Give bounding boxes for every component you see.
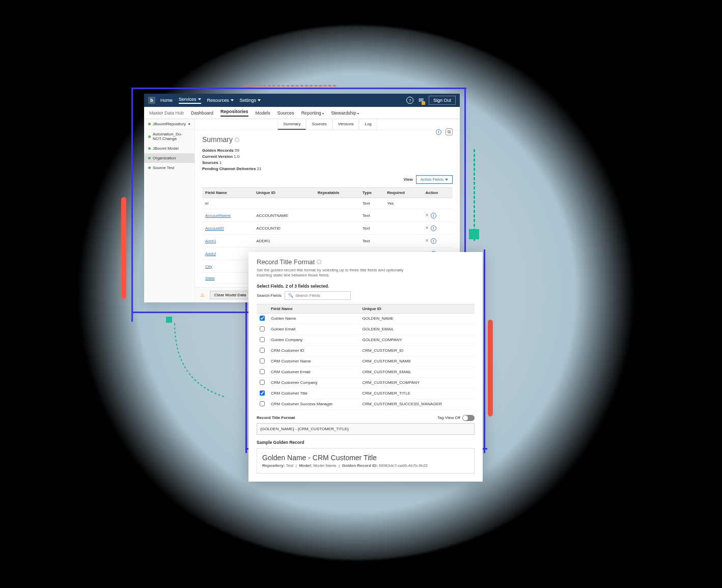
field-name-cell: CRM Customer Email — [268, 367, 359, 377]
notifications-icon[interactable]: ✉ — [419, 97, 424, 104]
req-cell — [384, 209, 422, 222]
sidebar-item-label: Organization — [153, 156, 176, 160]
caret-down-icon — [445, 179, 448, 181]
caret-down-icon: ▾ — [357, 112, 359, 115]
subnav-repositories[interactable]: Repositories — [220, 109, 248, 117]
deco-red-bar-left — [121, 197, 126, 299]
warning-badge-icon — [422, 101, 425, 105]
table-row: CRM Customer IDCRM_CUSTOMER_ID — [257, 345, 475, 356]
subnav-reporting[interactable]: Reporting ▾ — [301, 110, 324, 116]
popup-description: Set the golden record title format by se… — [257, 268, 420, 278]
status-dot-icon — [148, 166, 151, 169]
stat-label: Golden Records — [202, 148, 234, 153]
req-cell — [384, 235, 422, 247]
meta-val: Model Name — [313, 463, 336, 468]
nav-settings[interactable]: Settings — [240, 97, 261, 104]
uid-cell: CRM_CUSTOMER_SUCCESS_MANAGER — [359, 399, 475, 409]
field-checkbox[interactable] — [260, 369, 265, 374]
info-icon[interactable]: i — [431, 226, 436, 231]
field-link[interactable]: AccountID — [205, 226, 224, 231]
table-row: CRM Customer Success ManagerCRM_CUSTOMER… — [257, 399, 475, 409]
sidebar-item[interactable]: Source Test — [144, 163, 195, 173]
search-box[interactable]: 🔍 — [285, 291, 351, 300]
nav-services[interactable]: Services — [179, 97, 201, 104]
app-title: Master Data Hub — [149, 110, 184, 116]
repo-name: JBoomiRepository — [153, 122, 186, 126]
field-checkbox[interactable] — [260, 401, 265, 406]
uid-cell: GOLDEN_EMAIL — [359, 324, 475, 334]
info-icon[interactable]: i — [235, 137, 239, 142]
nav-label: Services — [179, 97, 197, 102]
field-checkbox[interactable] — [260, 380, 265, 385]
subnav-dashboard[interactable]: Dashboard — [191, 110, 213, 116]
topnav: Home Services Resources Settings — [160, 97, 261, 104]
sidebar-item[interactable]: Automation_Do-NOT-Change — [144, 129, 195, 144]
req-cell — [384, 222, 422, 235]
field-checkbox[interactable] — [260, 348, 265, 353]
help-icon[interactable]: ? — [406, 97, 413, 104]
field-link[interactable]: Addr1 — [205, 239, 216, 243]
sidebar-repo-selector[interactable]: JBoomiRepository ▾ — [144, 119, 195, 129]
sample-box: Golden Name - CRM Customer Title Reposit… — [257, 448, 475, 473]
delete-icon[interactable]: × — [426, 225, 429, 231]
info-action-icon[interactable]: i — [436, 129, 441, 135]
search-input[interactable] — [295, 293, 347, 298]
sidebar-item[interactable]: JBoomi Model — [144, 144, 195, 153]
signout-button[interactable]: Sign Out — [429, 96, 456, 105]
th-type: Type — [359, 188, 384, 198]
select-fields-label: Select Fields. 2 of 3 fields selected. — [257, 284, 475, 289]
copy-action-icon[interactable]: ⧉ — [446, 128, 453, 135]
table-row: Golden CompanyGOLDEN_COMPANY — [257, 334, 475, 345]
th-unique-id: Unique ID — [359, 304, 475, 313]
rep-cell — [315, 222, 359, 235]
field-link[interactable]: Addr2 — [205, 251, 216, 256]
field-link[interactable]: City — [205, 264, 212, 269]
format-value-box[interactable]: {GOLDEN_NAME} - {CRM_CUSTOMER_TITLE} — [257, 423, 475, 435]
field-link[interactable]: AccountName — [205, 213, 231, 218]
field-checkbox[interactable] — [260, 316, 265, 321]
sidebar-item-selected[interactable]: Organization — [144, 153, 195, 163]
status-dot-icon — [148, 157, 151, 159]
sidebar: JBoomiRepository ▾ Automation_Do-NOT-Cha… — [144, 119, 195, 302]
type-cell: Text — [359, 235, 384, 247]
info-icon[interactable]: i — [317, 260, 321, 264]
caret-down-icon: ▾ — [322, 112, 324, 115]
tab-log[interactable]: Log — [359, 119, 377, 130]
uid-cell: CRM_CUSTOMER_ID — [359, 345, 475, 356]
th-field-name: Field Name — [202, 188, 253, 198]
action-cell: × i — [423, 222, 453, 235]
tab-versions[interactable]: Versions — [332, 119, 359, 130]
logo-icon: b — [148, 97, 155, 104]
tab-sources[interactable]: Sources — [306, 119, 332, 130]
toggle-switch-icon[interactable] — [462, 415, 475, 421]
subnav-sources[interactable]: Sources — [277, 110, 294, 116]
subnav: Master Data Hub Dashboard Repositories M… — [144, 107, 460, 119]
uid-cell: ADDR1 — [253, 235, 314, 247]
nav-resources[interactable]: Resources — [207, 97, 234, 104]
delete-icon[interactable]: × — [426, 212, 429, 218]
field-checkbox[interactable] — [260, 358, 265, 363]
stat-value: 1.0 — [234, 154, 239, 159]
subnav-stewardship[interactable]: Stewardship ▾ — [331, 110, 359, 116]
field-name-cell: Golden Email — [268, 324, 359, 334]
field-checkbox[interactable] — [260, 390, 265, 396]
type-cell: Text — [359, 198, 384, 209]
delete-icon[interactable]: × — [426, 238, 429, 243]
field-checkbox[interactable] — [260, 337, 265, 342]
field-name-cell: CRM Customer ID — [268, 345, 359, 356]
rtf-row: Record Title Format Tag View Off — [257, 415, 475, 421]
tab-summary[interactable]: Summary — [277, 119, 306, 130]
field-link[interactable]: State — [205, 276, 215, 281]
clear-model-data-button[interactable]: Clear Model Data — [210, 291, 251, 299]
subnav-models[interactable]: Models — [256, 110, 270, 116]
info-icon[interactable]: i — [431, 238, 436, 244]
tag-view-toggle[interactable]: Tag View Off — [437, 415, 475, 421]
popup-fields-table: Field Name Unique ID Golden NameGOLDEN_N… — [257, 304, 475, 410]
field-name-cell: CRM Customer Title — [268, 388, 359, 399]
uid-cell — [253, 198, 314, 209]
uid-cell: CRM_CUSTOMER_EMAIL — [359, 367, 475, 377]
field-checkbox[interactable] — [260, 326, 265, 331]
info-icon[interactable]: i — [431, 213, 436, 218]
nav-home[interactable]: Home — [160, 97, 173, 104]
view-dropdown[interactable]: Active Fields — [416, 175, 453, 184]
